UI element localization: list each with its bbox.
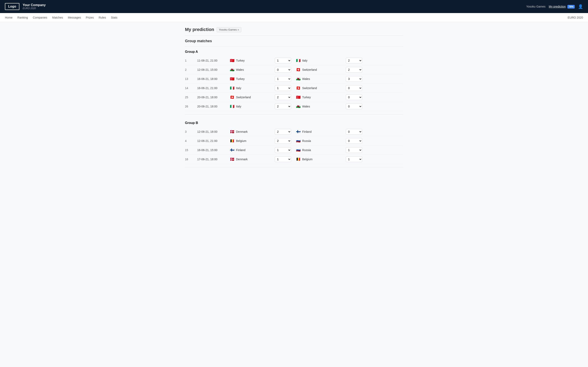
flag-left: 🏴󠁧󠁢󠁷󠁬󠁳󠁿 [230, 67, 234, 72]
score-select-right[interactable]: 012345678910 [346, 85, 362, 91]
score-select-left[interactable]: 012345678910 [275, 138, 291, 144]
team-name-left: Switzerland [236, 96, 251, 99]
match-number: 3 [185, 130, 197, 133]
flag-right: 🏴󠁧󠁢󠁷󠁬󠁳󠁿 [296, 104, 301, 109]
match-number: 13 [185, 77, 197, 81]
team-name-right: Finland [302, 130, 311, 133]
match-date: 16-06-21, 15:00 [197, 149, 230, 152]
flag-left: 🇮🇹 [230, 86, 234, 90]
match-date: 20-06-21, 18:00 [197, 96, 230, 99]
score-select-right[interactable]: 012345678910 [346, 147, 362, 153]
flag-left: 🇮🇹 [230, 104, 234, 109]
team-name-right: Russia [302, 139, 311, 142]
nav-link-companies[interactable]: Companies [33, 15, 47, 20]
group-section-group-a: Group A111-06-21, 21:00🇹🇷Turkey012345678… [185, 50, 403, 115]
match-date: 12-06-21, 21:00 [197, 139, 230, 142]
score-select-left[interactable]: 012345678910 [275, 85, 291, 91]
header-right: Yosoku Games My prediction 78% 👤 [526, 4, 583, 9]
score-select-right[interactable]: 012345678910 [346, 104, 362, 109]
flag-right: 🇷🇺 [296, 148, 301, 152]
match-date: 20-06-21, 18:00 [197, 105, 230, 108]
team-left: 🇩🇰Denmark [230, 157, 275, 161]
team-name-left: Turkey [236, 77, 245, 81]
score-select-right[interactable]: 012345678910 [346, 129, 362, 134]
score-select-left[interactable]: 012345678910 [275, 104, 291, 109]
team-name-right: Italy [302, 59, 307, 62]
flag-left: 🇧🇪 [230, 139, 234, 143]
flag-right: 🇫🇮 [296, 129, 301, 134]
nav-link-rules[interactable]: Rules [99, 15, 106, 20]
team-left: 🇧🇪Belgium [230, 139, 275, 143]
match-row: 212-06-21, 15:00🏴󠁧󠁢󠁷󠁬󠁳󠁿Wales012345678910… [185, 65, 403, 75]
team-name-right: Russia [302, 149, 311, 152]
team-name-left: Wales [236, 68, 244, 71]
team-right: 🇨🇭Switzerland [296, 86, 341, 90]
match-number: 16 [185, 158, 197, 161]
team-left: 🇩🇰Denmark [230, 129, 275, 134]
page-title: My prediction [185, 27, 214, 32]
flag-left: 🇹🇷 [230, 58, 234, 63]
team-name-right: Belgium [302, 158, 312, 161]
team-right: 🇮🇹Italy [296, 58, 341, 63]
team-right: 🇨🇭Switzerland [296, 67, 341, 72]
score-select-right[interactable]: 012345678910 [346, 58, 362, 63]
nav-link-prizes[interactable]: Prizes [86, 15, 94, 20]
company-name: Your Company [23, 3, 46, 7]
team-name-right: Switzerland [302, 86, 317, 90]
nav-link-stats[interactable]: Stats [111, 15, 117, 20]
team-name-left: Turkey [236, 59, 245, 62]
prediction-link-text[interactable]: My prediction [549, 5, 566, 8]
user-menu-button[interactable]: 👤 [578, 4, 583, 9]
flag-right: 🇧🇪 [296, 157, 301, 161]
score-select-left[interactable]: 012345678910 [275, 67, 291, 73]
score-select-right[interactable]: 012345678910 [346, 156, 362, 162]
score-select-left[interactable]: 012345678910 [275, 94, 291, 100]
match-date: 11-06-21, 21:00 [197, 59, 230, 62]
page-title-row: My prediction Yosoku Games » [185, 27, 403, 32]
flag-right: 🇨🇭 [296, 67, 301, 72]
yosoku-games-button[interactable]: Yosoku Games » [217, 27, 241, 32]
score-select-left[interactable]: 012345678910 [275, 58, 291, 63]
group-divider [185, 114, 403, 115]
company-subtitle: EURO 2020 [23, 7, 46, 10]
group-divider [185, 167, 403, 167]
team-name-right: Turkey [302, 96, 311, 99]
flag-left: 🇨🇭 [230, 95, 234, 100]
match-number: 2 [185, 68, 197, 71]
groups-container: Group A111-06-21, 21:00🇹🇷Turkey012345678… [185, 50, 403, 167]
match-row: 2520-06-21, 18:00🇨🇭Switzerland0123456789… [185, 93, 403, 102]
team-name-left: Denmark [236, 158, 248, 161]
team-name-left: Belgium [236, 139, 246, 142]
score-select-right[interactable]: 012345678910 [346, 76, 362, 82]
team-left: 🇫🇮Finland [230, 148, 275, 152]
flag-right: 🇹🇷 [296, 95, 301, 100]
flag-left: 🇩🇰 [230, 129, 234, 134]
score-select-right[interactable]: 012345678910 [346, 138, 362, 144]
team-name-left: Finland [236, 149, 245, 152]
match-date: 12-06-21, 18:00 [197, 130, 230, 133]
score-select-left[interactable]: 012345678910 [275, 156, 291, 162]
team-name-left: Italy [236, 86, 241, 90]
flag-right: 🇷🇺 [296, 139, 301, 143]
team-name-right: Switzerland [302, 68, 317, 71]
company-info: Your Company EURO 2020 [23, 3, 46, 10]
match-number: 1 [185, 59, 197, 62]
nav-link-matches[interactable]: Matches [52, 15, 63, 20]
prediction-link[interactable]: My prediction 78% [549, 5, 575, 8]
nav-link-ranking[interactable]: Ranking [17, 15, 28, 20]
group-section-group-b: Group B312-06-21, 18:00🇩🇰Denmark01234567… [185, 121, 403, 167]
nav-link-messages[interactable]: Messages [68, 15, 81, 20]
match-number: 14 [185, 86, 197, 90]
score-select-left[interactable]: 012345678910 [275, 76, 291, 82]
nav-link-home[interactable]: Home [5, 15, 12, 20]
score-select-right[interactable]: 012345678910 [346, 67, 362, 73]
score-select-right[interactable]: 012345678910 [346, 94, 362, 100]
team-right: 🇷🇺Russia [296, 139, 341, 143]
match-date: 12-06-21, 15:00 [197, 68, 230, 71]
score-select-left[interactable]: 012345678910 [275, 147, 291, 153]
team-right: 🇧🇪Belgium [296, 157, 341, 161]
nav-right-label: EURO 2020 [568, 16, 583, 19]
score-select-left[interactable]: 012345678910 [275, 129, 291, 134]
match-row: 111-06-21, 21:00🇹🇷Turkey012345678910🇮🇹It… [185, 56, 403, 65]
team-right: 🇫🇮Finland [296, 129, 341, 134]
